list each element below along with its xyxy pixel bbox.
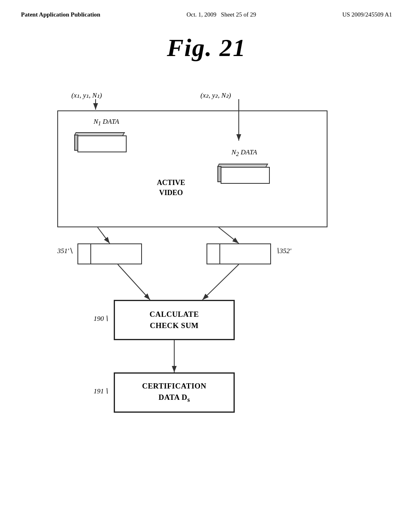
ref-191-label: 191∖: [94, 387, 108, 395]
coord2-label: (x₂, y₂, N₂): [200, 91, 231, 100]
block-351: [77, 243, 142, 264]
sheet-label: Sheet 25 of 29: [221, 11, 256, 18]
ref-190-label: 190∖: [94, 314, 108, 323]
coord1-label: (x₁, y₁, N₁): [71, 91, 102, 100]
header-center: Oct. 1, 2009 Sheet 25 of 29: [186, 11, 256, 18]
diagram: (x₁, y₁, N₁) (x₂, y₂, N₂) ACTIVEVIDEO N1…: [33, 82, 380, 517]
active-video-box: ACTIVEVIDEO N1 DATA N2 DATA: [57, 110, 327, 227]
n2-data-label-inside: N2 DATA: [232, 148, 257, 158]
block-190: CALCULATECHECK SUM: [114, 300, 235, 340]
patent-number: US 2009/245509 A1: [342, 11, 392, 18]
block-352: [206, 243, 271, 264]
block-191-text: CERTIFICATIONDATA Ds: [142, 380, 206, 405]
block-191: CERTIFICATIONDATA Ds: [114, 372, 235, 413]
block-351-inner: [78, 244, 91, 264]
date-label: Oct. 1, 2009: [186, 11, 216, 18]
block-190-text: CALCULATECHECK SUM: [150, 309, 199, 332]
n1-data-block: [74, 132, 127, 152]
ref-351-label: 351'∖: [57, 247, 73, 255]
figure-title: Fig. 21: [0, 33, 413, 62]
svg-line-5: [118, 264, 150, 300]
header: Patent Application Publication Oct. 1, 2…: [0, 0, 413, 18]
svg-line-4: [219, 227, 239, 243]
ref-352-label: ∖352': [275, 247, 291, 255]
publication-label: Patent Application Publication: [21, 11, 100, 18]
n1-data-label-inside: N1 DATA: [94, 118, 119, 127]
block-352-inner: [207, 244, 220, 264]
n2-data-block: [217, 164, 270, 184]
svg-line-3: [98, 227, 110, 243]
active-video-label: ACTIVEVIDEO: [157, 178, 185, 198]
svg-line-6: [202, 264, 239, 300]
